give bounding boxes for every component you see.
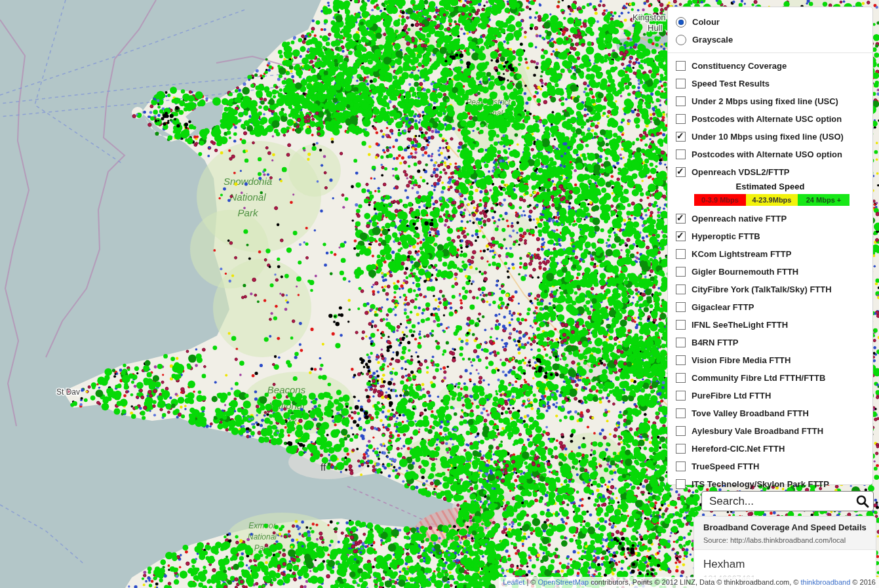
layer-row-constituency-coverage[interactable]: Constituency Coverage bbox=[668, 57, 872, 75]
attribution-separator: | © bbox=[524, 578, 537, 586]
place-name: Hexham bbox=[703, 558, 867, 571]
layer-row-vision-fibre[interactable]: Vision Fibre Media FTTH bbox=[668, 351, 872, 369]
layer-row-its-technology[interactable]: ITS Technology/Skylon Park FTTP bbox=[668, 475, 872, 493]
checkbox-icon[interactable] bbox=[676, 132, 686, 142]
checkbox-icon[interactable] bbox=[676, 267, 686, 277]
layer-row-hyperoptic-fttb[interactable]: Hyperoptic FTTB bbox=[668, 227, 872, 245]
checkbox-icon[interactable] bbox=[676, 284, 686, 294]
search-icon[interactable] bbox=[855, 494, 869, 508]
divider bbox=[668, 52, 872, 53]
layer-label: PureFibre Ltd FTTH bbox=[692, 391, 771, 401]
layer-label: Tove Valley Broadband FTTH bbox=[692, 408, 809, 418]
attribution-bar: Leaflet | © OpenStreetMap contributors, … bbox=[499, 577, 879, 588]
checkbox-icon[interactable] bbox=[676, 231, 686, 241]
layer-label: Gigaclear FTTP bbox=[692, 302, 754, 312]
layer-label: KCom Lightstream FTTP bbox=[692, 249, 791, 259]
checkbox-icon[interactable] bbox=[676, 320, 686, 330]
checkbox-icon[interactable] bbox=[676, 149, 686, 159]
checkbox-icon[interactable] bbox=[676, 96, 686, 106]
layer-label: CityFibre York (TalkTalk/Sky) FTTH bbox=[692, 284, 832, 294]
layer-row-alternate-usc[interactable]: Postcodes with Alternate USC option bbox=[668, 110, 872, 128]
layer-row-under-2mbps-usc[interactable]: Under 2 Mbps using fixed line (USC) bbox=[668, 92, 872, 110]
info-panel-header: Broadband Coverage And Speed Details Sou… bbox=[694, 517, 876, 550]
radio-icon[interactable] bbox=[676, 35, 686, 45]
checkbox-icon[interactable] bbox=[676, 302, 686, 312]
radio-label: Grayscale bbox=[692, 35, 733, 45]
legend-cell-red: 0-3.9 Mbps bbox=[694, 194, 746, 206]
layer-row-hereford-cic[interactable]: Hereford-CIC.Net FTTH bbox=[668, 440, 872, 458]
layer-row-tove-valley[interactable]: Tove Valley Broadband FTTH bbox=[668, 404, 872, 422]
layer-label: IFNL SeeTheLight FTTH bbox=[692, 320, 788, 330]
layer-row-aylesbury-vale[interactable]: Aylesbury Vale Broadband FTTH bbox=[668, 422, 872, 440]
attribution-text: contributors, Points © 2012 LINZ, Data ©… bbox=[589, 578, 800, 586]
layer-label: B4RN FTTP bbox=[692, 338, 739, 347]
checkbox-icon[interactable] bbox=[676, 167, 686, 177]
layers-panel: Colour Grayscale Constituency Coverage S… bbox=[667, 7, 873, 485]
openstreetmap-link[interactable]: OpenStreetMap bbox=[537, 578, 589, 586]
checkbox-icon[interactable] bbox=[676, 461, 686, 471]
checkbox-icon[interactable] bbox=[676, 408, 686, 418]
checkbox-icon[interactable] bbox=[676, 338, 686, 347]
layer-label: Postcodes with Alternate USC option bbox=[692, 114, 842, 124]
layer-label: Openreach VDSL2/FTTP bbox=[692, 167, 790, 177]
layer-label: Openreach native FTTP bbox=[692, 214, 787, 224]
checkbox-icon[interactable] bbox=[676, 114, 686, 124]
layer-label: Constituency Coverage bbox=[692, 61, 787, 71]
layer-label: Under 2 Mbps using fixed line (USC) bbox=[692, 96, 838, 106]
checkbox-icon[interactable] bbox=[676, 79, 686, 88]
radio-icon[interactable] bbox=[676, 17, 686, 28]
layer-row-gigaclear[interactable]: Gigaclear FTTP bbox=[668, 298, 872, 316]
checkbox-icon[interactable] bbox=[676, 373, 686, 383]
layer-row-cityfibre-york[interactable]: CityFibre York (TalkTalk/Sky) FTTH bbox=[668, 281, 872, 298]
layer-label: Gigler Bournemouth FTTH bbox=[692, 267, 798, 277]
legend-title: Estimated Speed bbox=[668, 182, 872, 193]
attribution-year: © 2016 bbox=[850, 578, 876, 586]
info-panel-source: Source: http://labs.thinkbroadband.com/l… bbox=[703, 536, 867, 544]
checkbox-icon[interactable] bbox=[676, 426, 686, 436]
layer-label: Hereford-CIC.Net FTTH bbox=[692, 444, 785, 454]
info-panel-title: Broadband Coverage And Speed Details bbox=[703, 522, 867, 532]
layer-row-ifnl-seethelight[interactable]: IFNL SeeTheLight FTTH bbox=[668, 316, 872, 334]
layer-row-truespeed[interactable]: TrueSpeed FTTH bbox=[668, 458, 872, 475]
leaflet-link[interactable]: Leaflet bbox=[503, 578, 524, 586]
checkbox-icon[interactable] bbox=[676, 214, 686, 224]
layer-label: Aylesbury Vale Broadband FTTH bbox=[692, 426, 823, 436]
layer-row-openreach-native-fttp[interactable]: Openreach native FTTP bbox=[668, 210, 872, 227]
checkbox-icon[interactable] bbox=[676, 444, 686, 454]
layer-row-alternate-uso[interactable]: Postcodes with Alternate USO option bbox=[668, 146, 872, 163]
radio-colour[interactable]: Colour bbox=[668, 13, 872, 31]
layer-label: Vision Fibre Media FTTH bbox=[692, 355, 791, 365]
layer-label: Speed Test Results bbox=[692, 79, 770, 88]
search-box bbox=[701, 491, 874, 511]
layer-row-purefibre[interactable]: PureFibre Ltd FTTH bbox=[668, 387, 872, 404]
legend-cell-green: 24 Mbps + bbox=[798, 194, 850, 206]
layer-row-community-fibre[interactable]: Community Fibre Ltd FTTH/FTTB bbox=[668, 369, 872, 387]
checkbox-icon[interactable] bbox=[676, 391, 686, 401]
layer-row-under-10mbps-uso[interactable]: Under 10 Mbps using fixed line (USO) bbox=[668, 128, 872, 146]
thinkbroadband-link[interactable]: thinkbroadband bbox=[800, 578, 850, 586]
layer-label: Community Fibre Ltd FTTH/FTTB bbox=[692, 373, 825, 383]
layer-label: Hyperoptic FTTB bbox=[692, 231, 760, 241]
legend-bar: 0-3.9 Mbps 4-23.9Mbps 24 Mbps + bbox=[694, 194, 850, 206]
layer-row-openreach-vdsl2-fttp[interactable]: Openreach VDSL2/FTTP bbox=[668, 163, 872, 181]
layer-row-speed-test-results[interactable]: Speed Test Results bbox=[668, 75, 872, 92]
search-input[interactable] bbox=[708, 494, 855, 509]
layer-row-b4rn[interactable]: B4RN FTTP bbox=[668, 334, 872, 351]
checkbox-icon[interactable] bbox=[676, 355, 686, 365]
checkbox-icon[interactable] bbox=[676, 479, 686, 489]
layer-label: ITS Technology/Skylon Park FTTP bbox=[692, 479, 829, 489]
layer-row-gigler-bournemouth[interactable]: Gigler Bournemouth FTTH bbox=[668, 263, 872, 281]
estimated-speed-legend: Estimated Speed 0-3.9 Mbps 4-23.9Mbps 24… bbox=[668, 181, 872, 210]
radio-label: Colour bbox=[692, 17, 720, 27]
radio-grayscale[interactable]: Grayscale bbox=[668, 31, 872, 49]
layer-label: Under 10 Mbps using fixed line (USO) bbox=[692, 132, 844, 142]
layer-row-kcom-lightstream[interactable]: KCom Lightstream FTTP bbox=[668, 245, 872, 263]
legend-cell-yellow: 4-23.9Mbps bbox=[746, 194, 798, 206]
checkbox-icon[interactable] bbox=[676, 249, 686, 259]
layer-label: TrueSpeed FTTH bbox=[692, 461, 759, 471]
layer-label: Postcodes with Alternate USO option bbox=[692, 149, 842, 159]
checkbox-icon[interactable] bbox=[676, 61, 686, 71]
